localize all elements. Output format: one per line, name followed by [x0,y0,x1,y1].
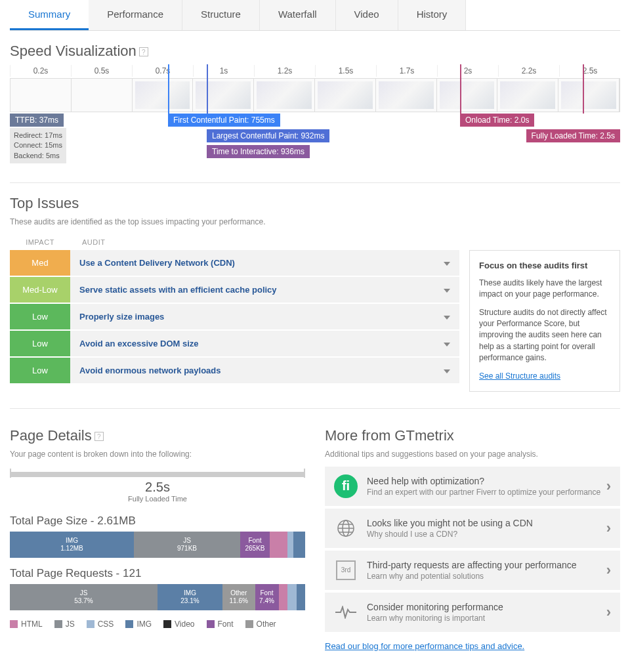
help-icon[interactable]: ? [139,47,148,56]
chevron-right-icon: › [606,604,611,621]
see-all-audits-link[interactable]: See all Structure audits [479,371,560,381]
bar-segment [293,532,305,558]
impact-badge: Med-Low [10,277,70,303]
audit-cell[interactable]: Use a Content Delivery Network (CDN) [70,250,459,276]
legend-item: Video [163,620,194,629]
tti-badge: Time to Interactive: 936ms [207,145,310,158]
chevron-down-icon [444,258,450,268]
focus-panel: Focus on these audits first These audits… [469,250,620,392]
legend: HTMLJSCSSIMGVideoFontOther [10,620,305,629]
bar-segment [287,532,293,558]
help-icon[interactable]: ? [94,432,104,441]
audit-cell[interactable]: Serve static assets with an efficient ca… [70,277,459,303]
issues-title: Top Issues [10,195,620,212]
chevron-down-icon [444,312,450,322]
chevron-right-icon: › [606,562,611,579]
size-bar: IMG1.12MBJS971KBFont265KB [10,532,305,558]
ttfb-details: Redirect: 17ms Connect: 15ms Backend: 5m… [10,128,66,163]
flt-badge: Fully Loaded Time: 2.5s [526,129,620,142]
impact-badge: Low [10,304,70,329]
ttfb-badge: TTFB: 37ms [10,114,64,127]
issues-subtitle: These audits are identified as the top i… [10,217,620,226]
bar-segment [279,584,288,610]
issue-row[interactable]: LowAvoid an excessive DOM size [10,331,459,356]
bar-segment: JS53.7% [10,584,158,610]
onload-badge: Onload Time: 2.0s [460,114,534,127]
blog-link[interactable]: Read our blog for more performance tips … [325,641,524,651]
legend-item: IMG [125,620,152,629]
fiverr-icon: fi [334,474,358,498]
issue-row[interactable]: Med-LowServe static assets with an effic… [10,277,459,303]
legend-item: JS [54,620,75,629]
req-title: Total Page Requests - 121 [10,567,305,580]
legend-item: Font [207,620,234,629]
chevron-right-icon: › [606,520,611,537]
legend-item: HTML [10,620,43,629]
impact-badge: Med [10,250,70,276]
issues-list: MedUse a Content Delivery Network (CDN)M… [10,250,459,392]
timeline-labels: 0.2s0.5s0.7s1s1.2s1.5s1.7s2s2.2s2.5s [10,65,620,77]
flt-label: Fully Loaded Time [10,495,305,503]
3rd-icon: 3rd [334,558,358,582]
chevron-down-icon [444,366,450,375]
bar-segment: IMG1.12MB [10,532,134,558]
page-details: Page Details? Your page content is broke… [10,415,305,651]
more-from: More from GTmetrix Additional tips and s… [325,415,620,651]
lcp-badge: Largest Contentful Paint: 932ms [207,129,329,142]
flt-bar [10,472,305,477]
audit-cell[interactable]: Avoid enormous network payloads [70,358,459,383]
issue-row[interactable]: LowProperly size images [10,304,459,329]
pulse-icon [334,600,358,624]
chevron-down-icon [444,285,450,295]
filmstrip [10,78,620,112]
speed-title: Speed Visualization? [10,43,620,60]
legend-item: CSS [87,620,114,629]
flt-value: 2.5s [10,480,305,495]
impact-badge: Low [10,331,70,356]
legend-item: Other [245,620,276,629]
tip-row[interactable]: fiNeed help with optimization?Find an ex… [325,467,620,506]
bar-segment: Other11.6% [222,584,255,610]
bar-segment: JS971KB [134,532,240,558]
tab-history[interactable]: History [398,0,467,30]
tab-waterfall[interactable]: Waterfall [260,0,336,30]
tip-row[interactable]: Consider monitoring performanceLearn why… [325,593,620,632]
globe-icon [334,516,358,540]
issue-row[interactable]: LowAvoid enormous network payloads [10,358,459,383]
tip-row[interactable]: 3rdThird-party requests are affecting yo… [325,551,620,590]
tab-structure[interactable]: Structure [182,0,260,30]
bar-segment [270,532,287,558]
tab-video[interactable]: Video [336,0,398,30]
tip-row[interactable]: Looks like you might not be using a CDNW… [325,509,620,548]
bar-segment: Font7.4% [255,584,279,610]
size-title: Total Page Size - 2.61MB [10,514,305,528]
req-bar: JS53.7%IMG23.1%Other11.6%Font7.4% [10,584,305,610]
bar-segment: IMG23.1% [158,584,222,610]
audit-cell[interactable]: Properly size images [70,304,459,329]
audit-cell[interactable]: Avoid an excessive DOM size [70,331,459,356]
impact-badge: Low [10,358,70,383]
chevron-down-icon [444,339,450,348]
bar-segment [287,584,297,610]
chevron-right-icon: › [606,478,611,495]
bar-segment [297,584,306,610]
speed-markers: TTFB: 37ms Redirect: 17ms Connect: 15ms … [10,114,620,166]
issues-header: IMPACT AUDIT [10,234,620,250]
tab-performance[interactable]: Performance [89,0,182,30]
fcp-badge: First Contentful Paint: 755ms [168,114,280,127]
issue-row[interactable]: MedUse a Content Delivery Network (CDN) [10,250,459,276]
tab-summary[interactable]: Summary [10,0,89,30]
main-tabs: Summary Performance Structure Waterfall … [10,0,620,31]
bar-segment: Font265KB [240,532,270,558]
